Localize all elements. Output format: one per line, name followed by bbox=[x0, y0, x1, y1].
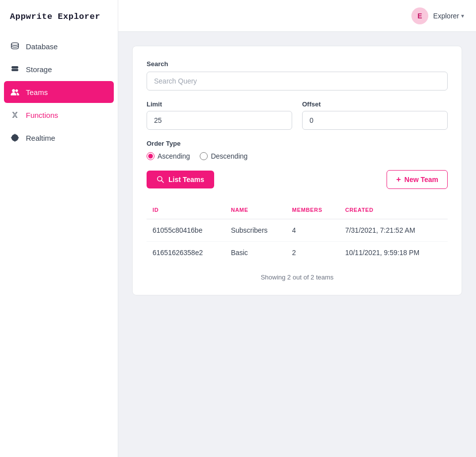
svg-point-0 bbox=[11, 43, 18, 45]
order-type-group: Ascending Descending bbox=[147, 152, 448, 160]
sidebar-item-storage[interactable]: Storage bbox=[0, 58, 118, 80]
actions-row: List Teams + New Team bbox=[147, 170, 448, 189]
user-name: Explorer bbox=[433, 12, 459, 20]
col-header-created: CREATED bbox=[339, 203, 448, 219]
cell-created: 7/31/2021, 7:21:52 AM bbox=[339, 219, 448, 242]
search-label: Search bbox=[147, 60, 448, 68]
cell-members[interactable]: 4 bbox=[286, 219, 339, 242]
showing-text: Showing 2 out of 2 teams bbox=[147, 274, 448, 281]
avatar: E bbox=[411, 7, 428, 24]
cell-created: 10/11/2021, 9:59:18 PM bbox=[339, 242, 448, 264]
col-header-id: ID bbox=[147, 203, 225, 219]
teams-table: ID NAME MEMBERS CREATED 61055c80416be Su… bbox=[147, 203, 448, 264]
sidebar-item-database[interactable]: Database bbox=[0, 35, 118, 57]
app-logo: Appwrite Explorer bbox=[0, 0, 118, 35]
cell-id: 61651626358e2 bbox=[147, 242, 225, 264]
functions-icon bbox=[10, 110, 20, 120]
cell-name: Basic bbox=[225, 242, 286, 264]
header: E Explorer ▾ bbox=[118, 0, 476, 32]
database-icon bbox=[10, 41, 20, 51]
user-menu[interactable]: Explorer ▾ bbox=[433, 12, 464, 20]
sidebar-item-realtime[interactable]: Realtime bbox=[0, 127, 118, 149]
sidebar-item-teams[interactable]: Teams bbox=[4, 81, 114, 103]
svg-point-2 bbox=[15, 90, 17, 92]
sidebar-item-label-functions: Functions bbox=[26, 111, 58, 119]
limit-label: Limit bbox=[147, 100, 292, 108]
plus-icon: + bbox=[396, 175, 400, 184]
limit-input[interactable] bbox=[147, 111, 292, 130]
col-header-members: MEMBERS bbox=[286, 203, 339, 219]
offset-input[interactable] bbox=[302, 111, 448, 130]
sidebar: Appwrite Explorer Database Storage bbox=[0, 0, 118, 457]
radio-label-ascending: Ascending bbox=[158, 152, 190, 160]
teams-icon bbox=[10, 87, 20, 97]
radio-input-ascending[interactable] bbox=[147, 152, 155, 160]
col-header-name: NAME bbox=[225, 203, 286, 219]
realtime-icon bbox=[10, 133, 20, 143]
search-input[interactable] bbox=[147, 72, 448, 91]
list-teams-button[interactable]: List Teams bbox=[147, 171, 214, 188]
limit-offset-row: Limit Offset bbox=[147, 100, 448, 130]
sidebar-item-label-teams: Teams bbox=[26, 88, 48, 96]
svg-point-4 bbox=[12, 135, 18, 141]
search-icon bbox=[157, 176, 164, 183]
offset-label: Offset bbox=[302, 100, 448, 108]
cell-id: 61055c80416be bbox=[147, 219, 225, 242]
cell-members[interactable]: 2 bbox=[286, 242, 339, 264]
radio-label-descending: Descending bbox=[211, 152, 247, 160]
radio-descending[interactable]: Descending bbox=[200, 152, 247, 160]
order-type-label: Order Type bbox=[147, 140, 448, 147]
cell-name: Subscribers bbox=[225, 219, 286, 242]
limit-field: Limit bbox=[147, 100, 292, 130]
teams-panel: Search Limit Offset Order Type Ascending… bbox=[132, 46, 462, 295]
new-team-label: New Team bbox=[404, 176, 438, 183]
radio-input-descending[interactable] bbox=[200, 152, 208, 160]
list-teams-label: List Teams bbox=[168, 176, 204, 183]
radio-ascending[interactable]: Ascending bbox=[147, 152, 190, 160]
sidebar-nav: Database Storage Teams bbox=[0, 35, 118, 149]
new-team-button[interactable]: + New Team bbox=[387, 170, 448, 189]
table-row: 61055c80416be Subscribers 4 7/31/2021, 7… bbox=[147, 219, 448, 242]
sidebar-item-label-storage: Storage bbox=[26, 65, 52, 74]
main-content: Search Limit Offset Order Type Ascending… bbox=[118, 32, 476, 457]
chevron-down-icon: ▾ bbox=[461, 12, 464, 19]
sidebar-item-label-realtime: Realtime bbox=[26, 134, 55, 142]
table-row: 61651626358e2 Basic 2 10/11/2021, 9:59:1… bbox=[147, 242, 448, 264]
svg-point-1 bbox=[12, 90, 15, 92]
sidebar-item-functions[interactable]: Functions bbox=[0, 104, 118, 126]
offset-field: Offset bbox=[302, 100, 448, 130]
storage-icon bbox=[10, 64, 20, 74]
sidebar-item-label-database: Database bbox=[26, 42, 58, 51]
